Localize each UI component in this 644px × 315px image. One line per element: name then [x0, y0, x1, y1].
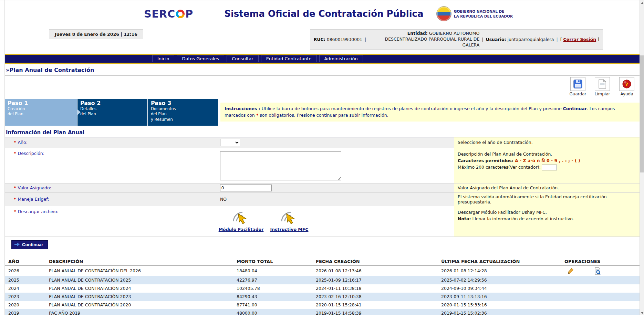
sercop-logo-o-icon: [176, 10, 185, 18]
counter-input[interactable]: [542, 165, 557, 170]
government-logo-text: GOBIERNO NACIONAL DE LA REPUBLICA DEL EC…: [454, 9, 513, 19]
edit-plan-icon[interactable]: [567, 267, 574, 274]
allowed-chars-value: A - Z á-ú ñ Ñ 0 - 9 , . : ; - ( ): [515, 158, 580, 163]
operations-cell: [563, 284, 640, 293]
form-row-esigef: * Maneja Esigef: NO El sistema valida au…: [5, 193, 640, 206]
created-cell: 2020-01-15 15:28:41: [314, 301, 440, 309]
save-button[interactable]: Guardar: [568, 77, 588, 96]
description-cell: PLAN ANUAL DE CONTRATACIÓN 2020: [48, 301, 235, 309]
required-marker: *: [14, 209, 16, 214]
header: SERC P Sistema Oficial de Contratación P…: [5, 0, 640, 27]
view-plan-details-icon[interactable]: [594, 267, 601, 275]
esigef-value: NO: [220, 197, 227, 202]
help-icon[interactable]: ?: [619, 77, 634, 91]
wizard-step-2: Paso 2 Detalles del Plan: [77, 99, 147, 126]
amount-cell: 84290.43: [235, 293, 314, 301]
save-icon[interactable]: [570, 77, 585, 91]
plan-form: * Año: Seleccione el año de Contratación…: [5, 137, 640, 237]
valor-label-cell: * Valor Asignado:: [5, 183, 218, 192]
wizard-step-1: Paso 1 Creación del Plan: [5, 99, 77, 126]
scrollbar-up-arrow[interactable]: [640, 0, 644, 6]
nav-item-consultar[interactable]: Consultar: [227, 55, 258, 62]
instructions-box: Instrucciones : Utilice la barra de boto…: [220, 103, 640, 122]
continue-button-label: Continuar: [22, 242, 43, 247]
created-cell: 2026-01-08 12:13:46: [314, 265, 440, 276]
updated-cell: 2019-01-15 15:02:36: [440, 309, 563, 315]
session-info-bar: RUC: 0860019930001 | Entidad: GOBIERNO A…: [310, 29, 603, 50]
amount-cell: 18480.04: [235, 265, 314, 276]
operations-cell: [563, 293, 640, 301]
header-descripcion: DESCRIPCIÓN: [48, 258, 235, 266]
logout-link[interactable]: Cerrar Sesión: [563, 37, 596, 42]
scrollbar[interactable]: [640, 0, 644, 315]
description-cell: PLAN ANUAL DE CONTRATACIÓN 2023: [48, 293, 235, 301]
user-info: Usuario: juntaparroquialgalera: [486, 37, 554, 42]
required-marker: *: [14, 140, 16, 145]
year-cell: 2026: [5, 265, 48, 276]
step-3-line3: y Resumen: [151, 117, 215, 123]
step-1-line2: del Plan: [8, 112, 73, 117]
table-row: 2026 PLAN ANUAL DE CONTRATACIÓN DEL 2026…: [5, 265, 640, 276]
required-marker: *: [14, 185, 16, 190]
valor-input[interactable]: [220, 185, 272, 191]
descargar-help: Descargar Módulo Facilitador Ushay MFC. …: [454, 206, 640, 237]
separator: |: [482, 37, 483, 42]
created-cell: 2025-01-09 12:16:17: [314, 276, 440, 284]
operations-cell: [563, 265, 640, 276]
counter-label: Máximo 200 caracteres(Ver contador):: [458, 165, 541, 170]
modulo-facilitador-link[interactable]: Módulo Facilitador: [221, 210, 261, 232]
required-marker: *: [14, 197, 16, 202]
step-1-line1: Creación: [8, 106, 73, 112]
updated-cell: 2025-07-02 14:29:56: [440, 276, 563, 284]
step-3-title: Paso 3: [151, 100, 215, 106]
created-cell: 2019-01-15 14:58:39: [314, 309, 440, 315]
created-cell: 2023-02-16 12:10:38: [314, 293, 440, 301]
instructivo-mfc-label[interactable]: Instructivo MFC: [270, 227, 309, 232]
year-cell: 2025: [5, 276, 48, 284]
modulo-facilitador-label[interactable]: Módulo Facilitador: [219, 227, 264, 232]
step-2-title: Paso 2: [80, 100, 144, 106]
description-cell: PLAN ANUAL DE CONTRATACION 2025: [48, 276, 235, 284]
description-textarea[interactable]: [220, 151, 341, 180]
year-select[interactable]: [220, 139, 240, 146]
year-cell: 2023: [5, 293, 48, 301]
sercop-logo-text-right: P: [185, 8, 193, 20]
nav-item-administracion[interactable]: Administración: [319, 55, 363, 62]
scrollbar-down-arrow[interactable]: [640, 310, 644, 315]
required-marker: *: [14, 151, 16, 156]
continue-button[interactable]: Continuar: [11, 240, 48, 249]
user-value: juntaparroquialgalera: [507, 37, 554, 42]
scrollbar-thumb[interactable]: [640, 55, 644, 172]
clear-button-label: Limpiar: [592, 92, 612, 96]
separator: |: [556, 37, 558, 42]
esigef-label: Maneja Esigef:: [18, 197, 49, 202]
year-cell: 2024: [5, 284, 48, 293]
esigef-help: El sistema valida automáticamente si la …: [454, 193, 640, 206]
operations-cell: [563, 276, 640, 284]
separator: |: [365, 37, 366, 42]
logout-wrapper: [ Cerrar Sesión ]: [560, 37, 599, 42]
anio-help: Seleccione el año de Contratación.: [454, 137, 640, 148]
gov-text-line1: GOBIERNO NACIONAL DE: [454, 9, 513, 14]
clear-button[interactable]: Limpiar: [592, 77, 612, 96]
descripcion-help-line2: Caracteres permitidos: A - Z á-ú ñ Ñ 0 -…: [458, 157, 580, 164]
entity-info: Entidad: GOBIERNO AUTONOMO DESCENTRALIZA…: [368, 31, 479, 48]
description-cell: PLAN ANUAL DE CONTRATACIÓN 2024: [48, 284, 235, 293]
nav-item-datos-generales[interactable]: Datos Generales: [177, 55, 224, 62]
step-3-line2: del Plan: [151, 112, 215, 117]
instructions-text-1: Utilice la barra de botones para manteni…: [260, 106, 563, 111]
sercop-logo-text-left: SERC: [144, 8, 175, 20]
table-row: 2024 PLAN ANUAL DE CONTRATACIÓN 2024 102…: [5, 284, 640, 293]
esigef-value-cell: NO: [218, 193, 454, 206]
nav-item-inicio[interactable]: Inicio: [152, 55, 174, 62]
clear-icon[interactable]: [595, 77, 610, 91]
anio-label: Año:: [18, 140, 28, 145]
nav-item-entidad-contratante[interactable]: Entidad Contratante: [261, 55, 317, 62]
instructions-text-3: son obligatorios. Presione continuar par…: [258, 113, 388, 118]
descargar-label-cell: * Descargar archivo:: [5, 206, 218, 237]
help-button[interactable]: ? Ayuda: [617, 77, 637, 96]
header-anio: AÑO: [5, 258, 48, 266]
form-row-valor: * Valor Asignado: Valor Asignado del Pla…: [5, 183, 640, 193]
ruc-value: 0860019930001: [327, 37, 362, 42]
instructivo-mfc-link[interactable]: Instructivo MFC: [269, 210, 310, 232]
